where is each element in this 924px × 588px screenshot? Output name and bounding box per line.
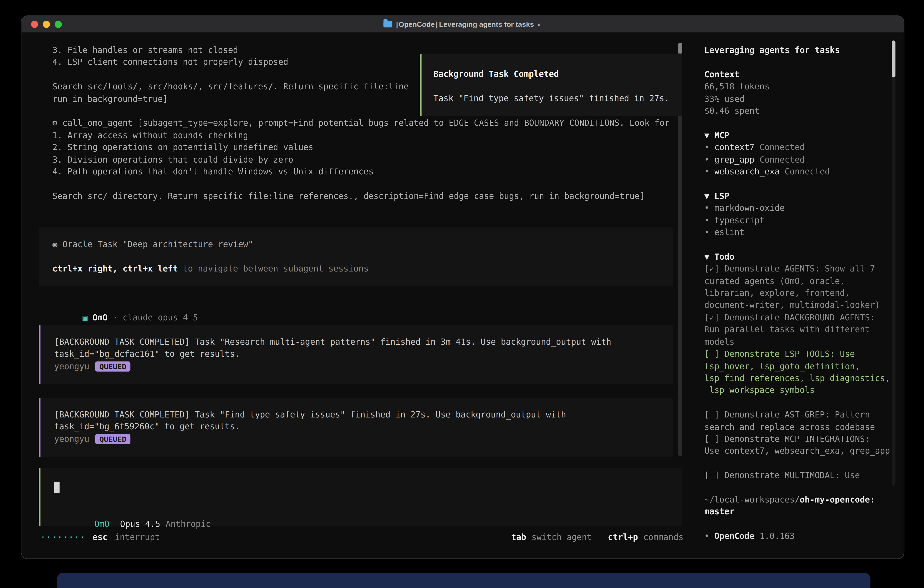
output-line: 1. Array access without bounds checking (52, 129, 670, 141)
sidebar-scrollbar-thumb[interactable] (892, 40, 896, 77)
oracle-task-panel[interactable]: ◉ Oracle Task "Deep architecture review"… (39, 227, 673, 286)
terminal-window: [OpenCode] Leveraging agents for tasks ◐… (21, 16, 904, 559)
session-state-icon: ◐ (538, 20, 541, 28)
workspace-path: ~/local-workspaces/oh-my-opencode: (705, 494, 896, 506)
todo-section-heading[interactable]: ▼ Todo (705, 251, 896, 263)
task-author: yeongyu (54, 433, 89, 445)
todo-item: [ ] Demonstrate MULTIMODAL: Use (705, 469, 896, 481)
input-agent-label: OmO (94, 519, 109, 529)
output-line: 3. Division operations that could divide… (52, 153, 670, 165)
input-model-label: Opus 4.5 (120, 519, 160, 529)
todo-item: [ ] Demonstrate MCP INTEGRATIONS: Use co… (705, 433, 896, 457)
output-line: ⚙ call_omo_agent [subagent_type=explore,… (52, 117, 670, 129)
spinner-dots: ········ (40, 531, 86, 543)
lsp-item-name: eslint (714, 227, 744, 237)
traffic-lights (31, 21, 62, 28)
context-tokens: 66,518 tokens (705, 81, 896, 92)
prompt-input[interactable]: OmOOpus 4.5Anthropic (39, 468, 682, 526)
agent-separator: · (112, 313, 117, 322)
app-name: OpenCode (714, 531, 755, 541)
workspace-path-prefix: ~/local-workspaces/ (705, 495, 800, 504)
todo-item: [ ] Demonstrate AST-GREP: Pattern search… (705, 409, 896, 433)
context-heading: Context (705, 68, 896, 81)
mcp-item-name: grep_app (714, 155, 755, 164)
task-message-body: [BACKGROUND TASK COMPLETED] Task "Find t… (54, 408, 673, 433)
mcp-item-name: websearch_exa (714, 167, 780, 176)
text-cursor (54, 482, 59, 493)
lsp-item: • eslint (705, 226, 896, 238)
mcp-item: • websearch_exa Connected (705, 165, 896, 178)
bullet-icon: • (705, 531, 710, 541)
session-title: Leveraging agents for tasks (705, 44, 896, 56)
agent-icon: ▣ (82, 313, 87, 322)
close-button[interactable] (31, 21, 38, 28)
mcp-item-status: Connected (785, 167, 830, 176)
output-line: Search src/ directory. Return specific f… (52, 190, 670, 202)
zoom-button[interactable] (55, 21, 62, 28)
output-line: 2. String operations on potentially unde… (52, 141, 670, 153)
oracle-hint-text: to navigate between subagent sessions (183, 264, 368, 273)
context-used: 33% used (705, 92, 896, 105)
workspace-branch: master (705, 506, 896, 518)
titlebar[interactable]: [OpenCode] Leveraging agents for tasks ◐ (21, 16, 904, 33)
mcp-item: • context7 Connected (705, 141, 896, 153)
output-line (52, 178, 670, 190)
todo-item: [ ] Demonstrate LSP TOOLS: Use lsp_hover… (705, 348, 896, 396)
lsp-item-name: typescript (714, 215, 765, 225)
bullet-icon: • (705, 167, 710, 176)
task-message-meta: yeongyu QUEUED (54, 433, 673, 445)
commands-key-hint: ctrl+p (608, 531, 638, 543)
mcp-section-heading[interactable]: ▼ MCP (705, 129, 896, 141)
output-line: 4. Path operations that don't handle Win… (52, 165, 670, 178)
lsp-item: • typescript (705, 214, 896, 226)
status-left: ········ esc interrupt (40, 531, 160, 543)
mcp-item: • grep_app Connected (705, 154, 896, 165)
task-message-meta: yeongyu QUEUED (54, 360, 673, 372)
tab-key-hint: tab (511, 531, 526, 543)
agent-name: OmO (92, 313, 107, 322)
context-spent: $0.46 spent (705, 105, 896, 117)
status-right: tab switch agent ctrl+p commands (511, 531, 683, 543)
sidebar-scrollbar[interactable] (892, 40, 896, 486)
bullet-icon: • (705, 155, 710, 164)
mcp-item-name: context7 (714, 142, 755, 152)
window-title: [OpenCode] Leveraging agents for tasks ◐ (384, 20, 541, 28)
queued-badge: QUEUED (95, 361, 130, 371)
folder-icon (384, 21, 393, 28)
esc-key-label: interrupt (115, 531, 160, 543)
desktop: [OpenCode] Leveraging agents for tasks ◐… (0, 0, 924, 588)
agent-model: claude-opus-4-5 (123, 313, 198, 322)
input-provider-label: Anthropic (165, 519, 211, 529)
bullet-icon: • (705, 203, 710, 213)
minimize-button[interactable] (43, 21, 50, 28)
sidebar: Leveraging agents for tasks Context 66,5… (705, 44, 896, 542)
queued-badge: QUEUED (95, 434, 130, 444)
toast-notification[interactable]: Background Task Completed Task "Find typ… (420, 54, 682, 116)
version-line: • OpenCode 1.0.163 (705, 530, 896, 542)
lsp-section-heading[interactable]: ▼ LSP (705, 190, 896, 202)
todo-item: [✓] Demonstrate AGENTS: Show all 7 curat… (705, 263, 896, 311)
esc-key-hint: esc (92, 531, 107, 543)
notification-title: Background Task Completed (433, 68, 682, 80)
bullet-icon: • (705, 142, 710, 152)
todo-item: [✓] Demonstrate BACKGROUND AGENTS: Run p… (705, 311, 896, 348)
status-bar: ········ esc interrupt tab switch agent … (40, 531, 683, 543)
oracle-task-title: Oracle Task "Deep architecture review" (63, 239, 253, 249)
workspace-repo: oh-my-opencode: (800, 495, 875, 504)
main-scrollbar-thumb[interactable] (678, 43, 682, 54)
notification-body: Task "Find type safety issues" finished … (433, 92, 682, 104)
app-version: 1.0.163 (760, 531, 795, 541)
commands-key-label: commands (644, 531, 684, 543)
bullet-icon: • (705, 227, 710, 237)
task-message-body: [BACKGROUND TASK COMPLETED] Task "Resear… (54, 336, 673, 360)
task-author: yeongyu (54, 360, 89, 372)
dock-hint (57, 573, 870, 588)
queued-task-message[interactable]: [BACKGROUND TASK COMPLETED] Task "Find t… (39, 398, 673, 457)
tab-key-label: switch agent (531, 531, 592, 543)
oracle-hint-keys: ctrl+x right, ctrl+x left (52, 264, 178, 273)
lsp-item: • markdown-oxide (705, 202, 896, 214)
window-title-text: [OpenCode] Leveraging agents for tasks (396, 20, 534, 28)
mcp-item-status: Connected (760, 142, 805, 152)
lsp-item-name: markdown-oxide (714, 203, 785, 213)
queued-task-message[interactable]: [BACKGROUND TASK COMPLETED] Task "Resear… (39, 325, 673, 384)
